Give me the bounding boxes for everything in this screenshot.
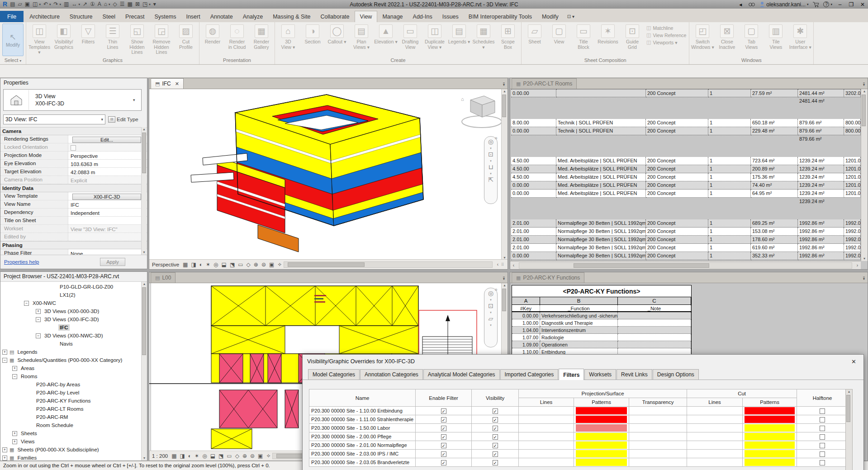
nav-tool-icon[interactable]: ◎ [488,138,493,145]
cut-lines-cell[interactable] [687,450,743,458]
edit-type-button[interactable]: ⊟ Edit Type [108,116,138,123]
cut-lines-cell[interactable] [687,415,743,424]
section-header-phasing[interactable]: Phasing∧∧ [0,241,147,249]
ifc-horizontal-scrollbar[interactable] [284,261,493,268]
browser-item-3d-views-x00-ifc-3d[interactable]: −3D Views (X00-IFC-3D) [0,315,147,323]
view-control-icon[interactable]: ◎ [213,261,218,268]
app-store-cart-icon[interactable] [812,1,819,7]
dialog-tab-model-categories[interactable]: Model Categories [308,369,360,380]
schedule-cell[interactable]: 1 [708,181,751,190]
schedule-cell[interactable]: 200 Concept [646,181,708,190]
schedule-cell[interactable]: 200 Concept [646,228,708,236]
navbar-close-icon[interactable]: ⊗ [494,288,498,292]
ribbon-button-render-gallery[interactable]: ▦RenderGallery [249,23,274,50]
type-selector-dropdown-icon[interactable]: ▾ [133,98,141,102]
filter-name-cell[interactable]: P20.300 00000 Site - 1.11.00 Strahlenthe… [309,415,416,424]
filter-name-cell[interactable]: P20.300 00000 Site - 1.10.00 Entbindung [309,407,416,415]
schedule-cell[interactable]: 200 Concept [646,165,708,173]
perspective-label[interactable]: Perspective [149,262,183,267]
schedule-cell[interactable]: Med. Arbeitsplätze | SOLL PRÜFEN [556,181,646,190]
view-control-icon[interactable]: ⊕ [254,261,258,268]
projection-pattern-cell[interactable] [574,424,629,432]
schedule-cell[interactable]: 1 [708,190,751,198]
dialog-tab-analytical-model-categories[interactable]: Analytical Model Categories [423,369,500,380]
visibility-checkbox[interactable]: ✓ [493,417,498,423]
filter-row[interactable]: P20.300 00000 Site - 2.00.00 Pflege✓✓ [309,432,848,441]
qat-icon[interactable]: ▤ [10,0,15,9]
schedule-cell[interactable]: 178.60 m² [751,236,798,244]
schedule-cell[interactable]: 1992.00 m [844,228,861,236]
schedule-cell[interactable]: 2.01.00 [511,244,556,252]
qat-icon[interactable]: ▾ [153,0,156,9]
schedule-cell[interactable]: 2.01.00 [511,219,556,228]
ribbon-tab-architecture[interactable]: Architecture [24,11,65,22]
schedule-cell[interactable]: 0.00.00 [511,252,556,260]
type-selector[interactable]: 3D View X00-IFC-3D ▾ [3,89,142,111]
nav-dropdown-icon[interactable]: ▾ [490,159,492,162]
view-control-icon[interactable]: ▣ [258,453,263,459]
projection-lines-cell[interactable] [519,432,574,441]
schedule-cell[interactable]: 1 [708,244,751,252]
property-value[interactable]: Perspective [68,152,147,159]
property-value[interactable] [68,233,147,241]
ribbon-tab-bim-interoperability-tools[interactable]: BIM Interoperability Tools [464,11,537,22]
tree-expander-icon[interactable]: + [12,431,17,436]
ribbon-tab-modify[interactable]: Modify [537,11,564,22]
schedule-cell[interactable]: Normalpflege 30 Betten | SOLL 1992qm [556,236,646,244]
schedule-cell[interactable]: 1 [708,89,751,97]
ribbon-button-switch-windows[interactable]: ◰SwitchWindows ▾ [690,23,715,50]
schedule-cell[interactable]: 879.66 m² [798,119,844,127]
nav-tool-icon[interactable]: ▱ [489,315,493,322]
enable-filter-checkbox[interactable]: ✓ [441,443,446,448]
projection-lines-cell[interactable] [519,458,574,467]
visibility-checkbox[interactable]: ✓ [493,434,498,440]
scale-label[interactable]: 1 : 200 [149,453,171,459]
schedule-row[interactable]: 2.01.00Normalpflege 30 Betten | SOLL 199… [511,236,861,244]
cut-pattern-cell[interactable] [743,450,797,458]
schedule-cell[interactable]: 879.66 m² [798,127,844,135]
projection-lines-cell[interactable] [519,415,574,424]
schedule-cell[interactable]: 200 Concept [646,119,708,127]
schedule-cell[interactable]: Normalpflege 30 Betten | SOLL 1992qm [556,244,646,252]
projection-pattern-cell[interactable] [574,441,629,450]
view-control-icon[interactable]: ✧ [266,453,270,459]
tree-expander-icon[interactable]: − [12,374,17,379]
dialog-close-icon[interactable]: ✕ [849,358,859,365]
view-control-icon[interactable]: ◎ [202,453,207,459]
ribbon-button-3d-view[interactable]: ⌂3DView ▾ [276,23,300,50]
schedule-cell[interactable]: 1992.00 m [844,236,861,244]
schedule-cell[interactable]: 1992.86 m² [798,219,844,228]
ribbon-button-drafting-view[interactable]: ▭DraftingView [398,23,422,50]
ribbon-button-matchline[interactable]: ◫Matchline [646,25,686,31]
browser-item-lx1-2[interactable]: LX1(2) [0,291,147,299]
nav-dropdown-icon[interactable]: ▾ [490,147,492,150]
halftone-checkbox[interactable] [820,417,825,423]
view-control-icon[interactable]: ◨ [191,261,196,268]
ribbon-tab-issues[interactable]: Issues [437,11,464,22]
schedule-cell[interactable]: 2.01.00 [511,228,556,236]
schedule-cell[interactable]: 0.00.00 [511,127,556,135]
schedule-cell[interactable]: 1201.00 m [844,173,861,181]
apply-button[interactable]: Apply [100,258,125,266]
close-button[interactable]: ✕ [859,1,866,8]
ribbon-button-tab-views[interactable]: ▢TabViews [739,23,764,50]
enable-filter-checkbox[interactable]: ✓ [441,426,446,431]
ribbon-tab-analyze[interactable]: Analyze [238,11,268,22]
view-control-icon[interactable]: ▭ [238,261,243,268]
ribbon-button-user-interface[interactable]: ✱UserInterface ▾ [788,23,812,50]
ribbon-tab-collaborate[interactable]: Collaborate [316,11,355,22]
lt-schedule-body[interactable]: 0.00.00200 Concept127.59 m²2481.44 m²320… [510,89,861,261]
schedule-cell[interactable]: 200 Concept [646,252,708,260]
schedule-cell[interactable]: 1 [708,228,751,236]
ribbon-tab-insert[interactable]: Insert [181,11,205,22]
ribbon-button-callout[interactable]: ◯Callout ▾ [325,23,349,45]
modify-button[interactable]: ↖ Modify [2,24,24,56]
schedule-cell[interactable]: 200 Concept [646,219,708,228]
ribbon-button-render-in-cloud[interactable]: ◌Renderin Cloud [225,23,249,50]
dialog-tab-worksets[interactable]: Worksets [584,369,616,380]
ribbon-tab-view[interactable]: View [355,11,378,22]
projection-pattern-cell[interactable] [574,458,629,467]
ribbon-button-view-reference[interactable]: ◫View Reference [646,32,686,38]
halftone-checkbox[interactable] [820,434,825,440]
search-icon[interactable] [748,2,755,7]
